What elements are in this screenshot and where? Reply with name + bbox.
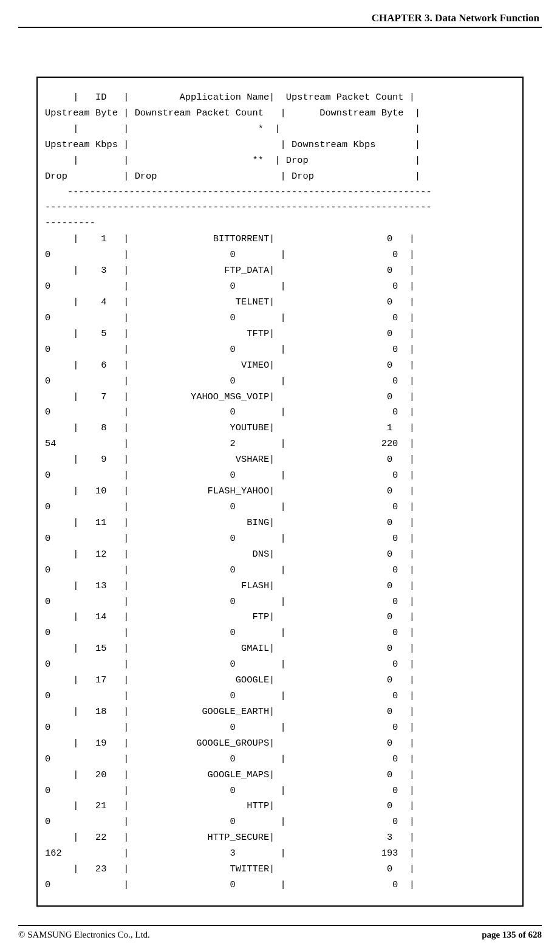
page-footer: © SAMSUNG Electronics Co., Ltd. page 135…: [18, 925, 542, 940]
footer-page-number: page 135 of 628: [482, 930, 542, 940]
terminal-output: | ID | Application Name| Upstream Packet…: [36, 77, 524, 907]
document-page: CHAPTER 3. Data Network Function | ID | …: [0, 0, 560, 951]
footer-rule: [18, 925, 542, 926]
chapter-header: CHAPTER 3. Data Network Function: [18, 12, 542, 24]
footer-row: © SAMSUNG Electronics Co., Ltd. page 135…: [18, 930, 542, 940]
header-rule: [18, 27, 542, 28]
terminal-text: | ID | Application Name| Upstream Packet…: [45, 92, 432, 890]
footer-copyright: © SAMSUNG Electronics Co., Ltd.: [18, 930, 150, 940]
